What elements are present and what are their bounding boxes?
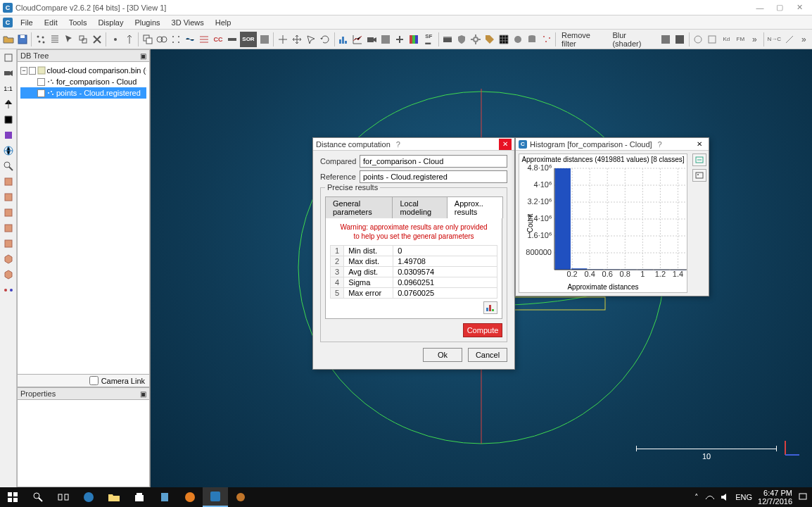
tab-general[interactable]: General parameters: [325, 196, 393, 218]
compute-button[interactable]: Compute: [463, 323, 502, 337]
menu-file[interactable]: File: [15, 17, 38, 28]
sor-label-icon[interactable]: SOR: [240, 32, 258, 47]
grid-icon[interactable]: [497, 32, 511, 47]
search-icon[interactable]: [25, 487, 51, 507]
tab-local[interactable]: Local modeling: [392, 196, 447, 218]
dialog-close-button[interactable]: ✕: [499, 139, 512, 150]
open-icon[interactable]: [1, 32, 15, 47]
close-button[interactable]: ✕: [789, 1, 809, 15]
tree-checkbox[interactable]: [29, 67, 36, 75]
store-icon[interactable]: [127, 487, 152, 507]
kd-label-icon[interactable]: Kd: [720, 32, 733, 47]
misc2-icon[interactable]: [706, 32, 719, 47]
tag-icon[interactable]: [483, 32, 497, 47]
misc3-icon[interactable]: [783, 32, 797, 47]
view-right-icon[interactable]: [1, 221, 15, 235]
blur-shader-button[interactable]: Blur (shader): [609, 32, 658, 47]
pick-rotation-icon[interactable]: [1, 97, 15, 111]
tray-chevron-icon[interactable]: ˄: [694, 493, 699, 502]
cloudcompare-taskbar-icon[interactable]: [203, 487, 228, 507]
tray-lang[interactable]: ENG: [735, 493, 752, 501]
tree-child2-row[interactable]: points - Cloud.registered: [20, 87, 146, 99]
point-size-icon[interactable]: [108, 32, 122, 47]
tree-collapse-icon[interactable]: −: [20, 67, 27, 75]
subsample-icon[interactable]: [169, 32, 182, 47]
db-tree[interactable]: − cloud-cloud comparison.bin (C:/... for…: [18, 62, 149, 101]
taskview-icon[interactable]: [51, 487, 76, 507]
delete-icon[interactable]: [90, 32, 103, 47]
tray-clock[interactable]: 6:47 PM 12/7/2016: [758, 489, 792, 506]
align-icon[interactable]: [197, 32, 210, 47]
shield-icon[interactable]: [455, 32, 469, 47]
filter-icon[interactable]: [258, 32, 271, 47]
tree-child1-row[interactable]: for_comparison - Cloud: [20, 76, 146, 87]
view-iso2-icon[interactable]: [1, 268, 15, 282]
notepad-icon[interactable]: [152, 487, 177, 507]
menu-display[interactable]: Display: [93, 17, 128, 28]
merge-icon[interactable]: [155, 32, 168, 47]
fm-label-icon[interactable]: FM: [734, 32, 747, 47]
reference-input[interactable]: [360, 170, 507, 183]
menu-3dviews[interactable]: 3D Views: [167, 17, 209, 28]
hsv-icon[interactable]: [407, 32, 421, 47]
sphere-icon[interactable]: [512, 32, 525, 47]
view-front-icon[interactable]: [1, 175, 15, 189]
menu-help[interactable]: Help: [210, 17, 236, 28]
view-bottom-icon[interactable]: [1, 237, 15, 251]
points-icon[interactable]: [540, 32, 553, 47]
gear-icon[interactable]: [469, 32, 483, 47]
histogram-icon[interactable]: [336, 32, 350, 47]
ok-button[interactable]: Ok: [423, 348, 462, 362]
show-histogram-button[interactable]: [483, 301, 497, 314]
camera-icon[interactable]: [365, 32, 379, 47]
menu-edit[interactable]: Edit: [39, 17, 63, 28]
stats-icon[interactable]: [351, 32, 364, 47]
tree-checkbox[interactable]: [37, 78, 45, 86]
cube-purple-icon[interactable]: [1, 128, 15, 142]
firefox-icon[interactable]: [177, 487, 203, 507]
minimize-button[interactable]: ―: [750, 1, 770, 15]
toggle-light-icon[interactable]: [1, 283, 15, 297]
register-icon[interactable]: [183, 32, 196, 47]
edge-icon[interactable]: [76, 487, 101, 507]
dialog-close-button[interactable]: ✕: [693, 139, 706, 150]
view-iso1-icon[interactable]: [1, 252, 15, 266]
menu-plugins[interactable]: Plugins: [129, 17, 165, 28]
tree-root-row[interactable]: − cloud-cloud comparison.bin (C:/...: [20, 65, 146, 76]
shader1-icon[interactable]: [659, 32, 673, 47]
app-icon[interactable]: [228, 487, 253, 507]
dbtree-undock-icon[interactable]: ▣: [140, 52, 146, 60]
shader2-icon[interactable]: [673, 32, 687, 47]
one-to-one-icon[interactable]: 1:1: [1, 82, 15, 96]
export-image-button[interactable]: [692, 169, 706, 182]
rotate-icon[interactable]: [318, 32, 331, 47]
remove-filter-button[interactable]: Remove filter: [558, 32, 608, 47]
camera-link-checkbox[interactable]: [89, 376, 99, 385]
save-icon[interactable]: [15, 32, 29, 47]
translate-icon[interactable]: [290, 32, 303, 47]
list-icon[interactable]: [48, 32, 61, 47]
tab-approx[interactable]: Approx.. results: [447, 196, 503, 218]
cylinder-icon[interactable]: [526, 32, 539, 47]
view-back-icon[interactable]: [1, 190, 15, 204]
sf-label-icon[interactable]: SF▬: [421, 32, 436, 47]
sampling-icon[interactable]: [34, 32, 47, 47]
properties-undock-icon[interactable]: ▣: [140, 390, 146, 398]
movie-icon[interactable]: [441, 32, 455, 47]
cc-label-icon[interactable]: CC: [212, 32, 225, 47]
pick-icon[interactable]: [62, 32, 75, 47]
nc-label-icon[interactable]: N→C: [766, 32, 782, 47]
dialog-help-button[interactable]: ?: [652, 139, 668, 150]
dialog-help-button[interactable]: ?: [391, 139, 406, 150]
menu-tools[interactable]: Tools: [64, 17, 92, 28]
camera-side-icon[interactable]: [1, 66, 15, 80]
clone-icon[interactable]: [141, 32, 154, 47]
maximize-button[interactable]: ▢: [770, 1, 789, 15]
start-button[interactable]: [0, 487, 25, 507]
compared-input[interactable]: [360, 155, 507, 168]
tree-checkbox[interactable]: [37, 89, 45, 97]
export-csv-button[interactable]: [692, 154, 706, 166]
section-icon[interactable]: [226, 32, 239, 47]
tray-network-icon[interactable]: [704, 492, 714, 502]
tray-volume-icon[interactable]: [720, 492, 730, 502]
